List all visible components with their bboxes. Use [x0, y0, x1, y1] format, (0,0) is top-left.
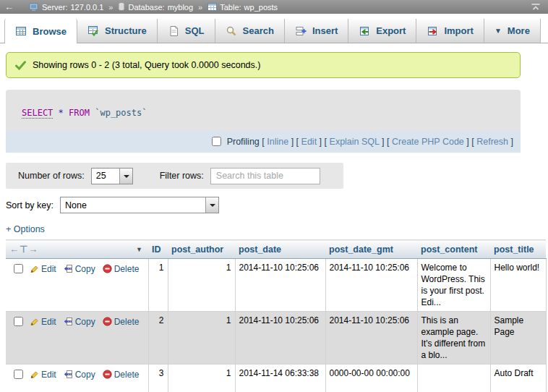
import-icon — [427, 25, 438, 37]
tab-import-label: Import — [444, 25, 473, 36]
cell-post-date-gmt: 2014-11-10 10:25:06 — [325, 259, 417, 312]
breadcrumb-database-value[interactable]: myblog — [168, 3, 193, 12]
create-php-code-link[interactable]: Create PHP Code — [392, 137, 464, 147]
header-id[interactable]: ID — [148, 240, 168, 259]
explain-sql-link[interactable]: Explain SQL — [330, 137, 380, 147]
tab-search[interactable]: Search — [215, 19, 285, 43]
refresh-link[interactable]: Refresh — [476, 137, 508, 147]
success-message-text: Showing rows 0 - 2 (3 total, Query took … — [33, 60, 260, 70]
tab-more-label: More — [508, 25, 530, 36]
header-post-author[interactable]: post_author — [168, 240, 235, 259]
inline-link[interactable]: Inline — [267, 137, 288, 147]
sql-table-ref: `wp_posts` — [95, 108, 147, 118]
tab-bar: Browse Structure SQL Search Insert — [0, 14, 548, 43]
header-post-content[interactable]: post_content — [417, 240, 490, 259]
cell-post-date-gmt: 2014-11-10 10:25:06 — [325, 312, 417, 365]
edit-row-link[interactable]: Edit — [30, 264, 56, 274]
rows-filter-bar: Number of rows: 25 Filter rows: — [6, 163, 343, 189]
delete-icon — [103, 264, 112, 273]
delete-row-link[interactable]: Delete — [103, 264, 140, 274]
header-post-date-gmt[interactable]: post_date_gmt — [325, 240, 417, 259]
header-post-title[interactable]: post_title — [490, 240, 546, 259]
cell-post-date: 2014-11-14 06:33:38 — [235, 365, 325, 392]
copy-row-link[interactable]: Copy — [64, 370, 95, 380]
tab-more[interactable]: ▼ More — [484, 19, 541, 43]
delete-icon — [103, 370, 112, 379]
sql-query[interactable]: SELECT * FROM `wp_posts` — [6, 90, 521, 131]
success-check-icon — [15, 61, 26, 70]
breadcrumb-table-label[interactable]: Table: — [220, 3, 241, 12]
sort-key-select[interactable]: None — [60, 197, 219, 213]
cell-post-title: Hello world! — [490, 259, 546, 312]
row-checkbox[interactable] — [14, 264, 23, 273]
cell-post-author: 1 — [168, 312, 235, 365]
row-checkbox[interactable] — [14, 370, 23, 379]
breadcrumb-database-label[interactable]: Database: — [128, 3, 164, 12]
delete-row-link[interactable]: Delete — [103, 370, 140, 380]
profiling-label: Profiling — [227, 137, 260, 147]
chevron-down-icon: ▼ — [495, 27, 502, 35]
back-arrow-icon[interactable]: ← — [4, 1, 14, 12]
database-icon — [118, 2, 125, 12]
delete-row-link[interactable]: Delete — [103, 317, 140, 327]
results-table: ←⊤→ ▼ ID post_author post_date post_date… — [6, 239, 547, 392]
row-actions: EditCopyDelete — [6, 365, 148, 392]
options-toggle-link[interactable]: + Options — [6, 224, 45, 234]
header-post-date[interactable]: post_date — [235, 240, 325, 259]
cell-post-content — [417, 365, 490, 392]
breadcrumb-database[interactable]: Database: myblog — [118, 2, 193, 12]
query-toolbar: Profiling [ Inline ] [ Edit ] [ Explain … — [6, 131, 521, 153]
delete-icon — [103, 317, 112, 326]
breadcrumb-table-value[interactable]: wp_posts — [244, 3, 278, 12]
cell-post-date-gmt: 0000-00-00 00:00:00 — [325, 365, 417, 392]
tab-export-label: Export — [376, 25, 406, 36]
cell-post-content: Welcome to WordPress. This is your first… — [417, 259, 490, 312]
column-reorder-icon[interactable]: ←⊤→ — [9, 244, 38, 255]
cell-id: 3 — [148, 365, 168, 392]
pencil-icon — [30, 317, 39, 326]
options-caret-icon[interactable]: ▼ — [136, 246, 142, 253]
cell-id: 1 — [148, 259, 168, 312]
row-actions: EditCopyDelete — [6, 259, 148, 312]
row-actions: EditCopyDelete — [6, 312, 148, 365]
copy-icon — [64, 370, 73, 379]
breadcrumb-separator: » — [198, 3, 202, 12]
breadcrumb-server[interactable]: Server: 127.0.0.1 — [29, 3, 103, 12]
server-icon — [29, 3, 39, 12]
tab-structure[interactable]: Structure — [77, 19, 158, 43]
tab-insert[interactable]: Insert — [285, 19, 348, 43]
num-rows-label: Number of rows: — [18, 171, 85, 181]
copy-icon — [64, 264, 73, 273]
tab-export[interactable]: Export — [348, 19, 416, 43]
breadcrumb-separator: » — [108, 3, 113, 12]
breadcrumb-server-value[interactable]: 127.0.0.1 — [70, 3, 103, 12]
edit-row-link[interactable]: Edit — [30, 317, 56, 327]
cell-post-author: 1 — [168, 259, 235, 312]
sort-bar: Sort by key: None — [0, 197, 548, 213]
copy-row-link[interactable]: Copy — [64, 264, 95, 274]
tab-browse[interactable]: Browse — [4, 19, 77, 43]
row-checkbox[interactable] — [14, 317, 23, 326]
cell-post-date: 2014-11-10 10:25:06 — [235, 312, 325, 365]
table-icon — [207, 3, 217, 11]
breadcrumb-table[interactable]: Table: wp_posts — [207, 3, 278, 12]
insert-icon — [295, 25, 307, 37]
tab-sql[interactable]: SQL — [158, 19, 215, 43]
edit-query-link[interactable]: Edit — [301, 137, 317, 147]
tab-structure-label: Structure — [105, 25, 147, 36]
table-row: EditCopyDelete 2 1 2014-11-10 10:25:06 2… — [6, 312, 546, 365]
breadcrumb-bar: ← Server: 127.0.0.1 » Database: myblog »… — [0, 0, 548, 14]
profiling-checkbox[interactable] — [212, 137, 221, 146]
num-rows-select[interactable]: 25 — [91, 168, 133, 184]
breadcrumb-server-label[interactable]: Server: — [42, 3, 67, 12]
sql-keyword-select[interactable]: SELECT — [22, 108, 53, 119]
edit-row-link[interactable]: Edit — [30, 370, 56, 380]
tab-import[interactable]: Import — [416, 19, 484, 43]
collapse-icon[interactable] — [531, 3, 541, 11]
export-icon — [359, 25, 370, 37]
cell-post-date: 2014-11-10 10:25:06 — [235, 259, 325, 312]
sql-keyword-from: FROM — [69, 108, 90, 118]
copy-row-link[interactable]: Copy — [64, 317, 95, 327]
table-search-input[interactable] — [210, 168, 320, 184]
tab-search-label: Search — [243, 25, 274, 36]
